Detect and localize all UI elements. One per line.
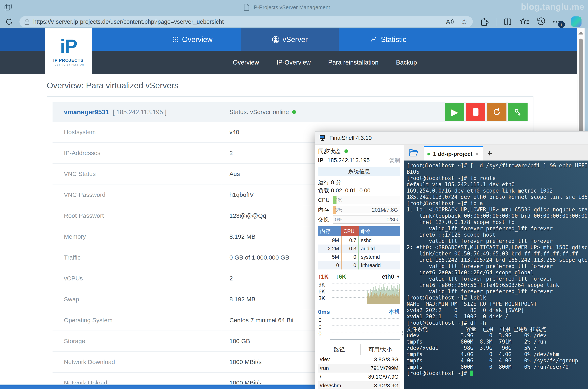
proc-header-mem[interactable]: 内存: [318, 226, 341, 236]
cpu-meter: 4%: [333, 196, 400, 204]
net-bars: [367, 283, 400, 304]
nav-label: vServer: [282, 35, 308, 44]
terminal-line: inet 185.242.113.195/24 brd 185.242.113.…: [407, 257, 588, 263]
subnav-item[interactable]: IP-Overview: [277, 59, 311, 66]
spec-label: Storage: [53, 331, 221, 352]
address-bar[interactable]: https://v-server.ip-projects.de/user/con…: [20, 16, 473, 27]
interface-selector[interactable]: eth0▼: [382, 273, 400, 280]
spec-label: Root-Passwort: [53, 205, 221, 226]
restart-button[interactable]: [487, 103, 506, 121]
terminal-line: /dev/xvda1 98G 3.9G 90G 5% /: [407, 345, 588, 351]
server-name-link[interactable]: vmanager9531: [64, 108, 109, 116]
stop-button[interactable]: [466, 103, 485, 121]
process-row[interactable]: 2.2M 0.3 auditd: [318, 245, 400, 253]
disk-header-size[interactable]: 可用/大小: [360, 344, 400, 355]
spec-label: Hostsystem: [53, 122, 221, 142]
net-ytick: 6K: [318, 289, 330, 295]
memory-percent: 3%: [335, 207, 342, 213]
vserver-card-header: vmanager9531 [ 185.242.113.195 ] Status:…: [53, 102, 527, 122]
password-button[interactable]: [508, 103, 527, 121]
read-aloud-icon[interactable]: A: [446, 18, 454, 25]
ip-value: 185.242.113.195: [327, 157, 370, 163]
disk-row[interactable]: /run 791M/799M: [318, 364, 400, 373]
terminal-tab[interactable]: 1 dd-ip-project ×: [424, 146, 483, 161]
new-tab-button[interactable]: +: [487, 149, 492, 157]
subnav-item[interactable]: Overview: [233, 59, 259, 66]
tab-close-icon[interactable]: ×: [475, 151, 479, 158]
spec-label: Swap: [53, 289, 221, 310]
net-upload-rate: ↑1K: [318, 273, 329, 280]
scrollbar-thumb[interactable]: [579, 38, 583, 136]
site-logo[interactable]: iP IP PROJECTS HOSTING BY PASSION: [45, 29, 92, 74]
watermark: blog.tanglu.me: [521, 2, 584, 12]
terminal-line: xvda2 202:2 0 8G 0 disk [SWAP]: [407, 307, 588, 314]
extensions-icon[interactable]: [480, 17, 489, 26]
spec-label: VNC Status: [53, 163, 221, 184]
tab-status-dot: [427, 153, 430, 156]
tab-title: IP-Projects vServer Management: [252, 4, 330, 11]
finalshell-window: FinalShell 4.3.10 同步状态 IP 185.242.113.19…: [315, 131, 588, 389]
terminal-line: inet6 ::1/128 scope host: [407, 232, 588, 238]
terminal-line: BIOS: [407, 169, 588, 175]
toolbar-divider: [496, 18, 496, 26]
workspaces-icon[interactable]: [4, 3, 12, 11]
favorite-star-icon[interactable]: ☆: [461, 18, 467, 26]
disk-header-path[interactable]: 路径: [318, 344, 361, 355]
document-icon: [243, 4, 249, 11]
reload-button[interactable]: [4, 17, 14, 26]
chevron-down-icon: ▼: [396, 274, 400, 279]
open-folder-icon[interactable]: [409, 149, 418, 157]
terminal-line: valid_lft forever preferred_lft forever: [407, 226, 588, 232]
process-row[interactable]: 0 0 kthreadd: [318, 261, 400, 269]
play-icon: ▶: [451, 107, 458, 117]
nav-item-overview[interactable]: Overview: [144, 29, 241, 51]
terminal-line: tmpfs 4.0G 0 4.0G 0% /dev/shm: [407, 351, 588, 357]
terminal-line: [root@localhost ~]# ip route: [407, 175, 588, 181]
proc-header-cpu[interactable]: CPU: [341, 226, 359, 236]
terminal-tabbar: 1 dd-ip-project × +: [404, 145, 588, 161]
terminal-line: valid_lft forever preferred_lft forever: [407, 263, 588, 269]
nav-left-segment: [0, 29, 45, 51]
terminal-line: valid_lft forever preferred_lft forever: [407, 288, 588, 295]
terminal-line: tmpfs 800M 8.3M 791M 2% /run: [407, 339, 588, 345]
nav-item-statistic[interactable]: Statistic: [339, 29, 438, 51]
copy-ip-link[interactable]: 复制: [389, 157, 400, 164]
history-icon[interactable]: [537, 17, 546, 26]
scrollbar-up-arrow[interactable]: [579, 31, 583, 34]
disk-table: 路径 可用/大小 /dev 3.8G/3.8G /run 791M/799M /…: [318, 344, 400, 389]
disk-row[interactable]: /dev/shm 3.9G/3.9G: [318, 381, 400, 389]
uptime-text: 运行 8 分: [318, 178, 400, 187]
stop-icon: [473, 108, 478, 116]
terminal[interactable]: [root@localhost ~]# [ -d /sys/firmware/e…: [404, 161, 588, 389]
net-download-rate: ↓6K: [336, 273, 346, 280]
url-text[interactable]: https://v-server.ip-projects.de/user/con…: [33, 18, 446, 25]
browser-tab[interactable]: IP-Projects vServer Management: [243, 4, 330, 11]
terminal-line: valid_lft forever preferred_lft forever: [407, 276, 588, 282]
copilot-icon[interactable]: [571, 16, 582, 27]
proc-header-cmd[interactable]: 命令: [359, 226, 400, 236]
settings-menu-icon[interactable]: ↑: [553, 17, 564, 26]
restart-icon: [492, 107, 501, 117]
start-button[interactable]: ▶: [445, 103, 464, 121]
panel-resize-handle[interactable]: [402, 331, 403, 335]
finalshell-titlebar[interactable]: FinalShell 4.3.10: [315, 131, 588, 145]
terminal-line: valid_lft forever preferred_lft forever: [407, 238, 588, 244]
process-row[interactable]: 5M 0 systemd: [318, 253, 400, 261]
subnav-item[interactable]: Para reinstallation: [328, 59, 378, 66]
ping-target[interactable]: 本机: [388, 308, 400, 316]
terminal-line: tmpfs 4.0G 0 4.0G 0% /sys/fs/cgroup: [407, 357, 588, 364]
terminal-line: link/loopback 00:00:00:00:00:00 brd 00:0…: [407, 213, 588, 219]
logo-mark: iP: [60, 36, 77, 56]
nav-item-vserver[interactable]: vServer: [241, 29, 339, 51]
favorites-list-icon[interactable]: [520, 17, 529, 26]
process-row[interactable]: 9M 0.7 sshd: [318, 236, 400, 245]
swap-detail: 0/8G: [387, 217, 398, 223]
spec-label: Traffic: [53, 247, 221, 268]
subnav-item[interactable]: Backup: [396, 59, 417, 66]
swap-meter: 0% 0/8G: [333, 216, 400, 224]
split-screen-icon[interactable]: [504, 18, 513, 26]
disk-row[interactable]: / 89.1G/97.9G: [318, 373, 400, 381]
process-table: 内存 CPU 命令 9M 0.7 sshd 2.2M 0.3 auditd 5M: [318, 226, 400, 269]
system-info-button[interactable]: 系统信息: [318, 167, 400, 176]
disk-row[interactable]: /dev 3.8G/3.8G: [318, 355, 400, 364]
